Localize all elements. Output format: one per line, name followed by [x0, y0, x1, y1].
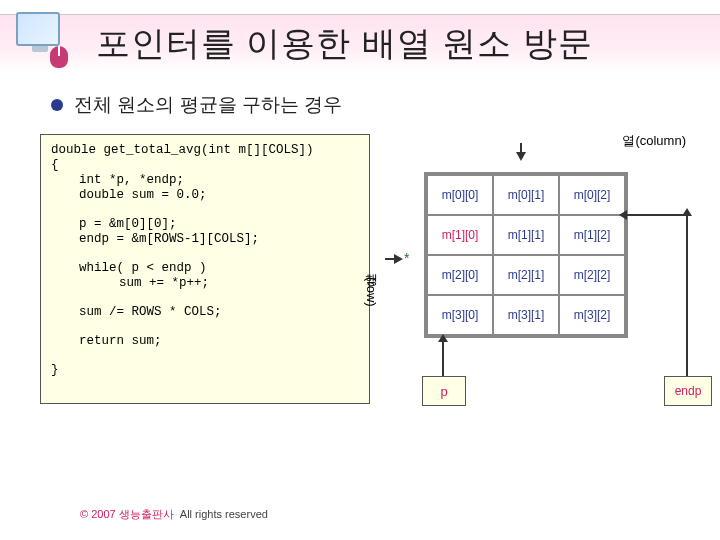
cell: m[2][2] [559, 255, 625, 295]
code-line: } [51, 363, 59, 377]
cell: m[3][1] [493, 295, 559, 335]
cell: m[1][2] [559, 215, 625, 255]
code-line: p = &m[0][0]; [51, 217, 359, 232]
code-line: sum += *p++; [51, 276, 359, 291]
cell: m[2][1] [493, 255, 559, 295]
cell: m[1][0] [427, 215, 493, 255]
code-line: double get_total_avg(int m[][COLS]) [51, 143, 314, 157]
array-diagram: 열(column) 행(row) * m[0][0] m[0][1] m[0][… [376, 134, 712, 424]
bullet-dot-icon [52, 100, 62, 110]
code-line: return sum; [51, 334, 359, 349]
column-axis-label: 열(column) [622, 132, 686, 150]
arrow-left-icon [626, 214, 688, 216]
cell: m[3][2] [559, 295, 625, 335]
cell: m[2][0] [427, 255, 493, 295]
bullet-row: 전체 원소의 평균을 구하는 경우 [52, 92, 342, 118]
logo-icon [10, 10, 70, 68]
cell: m[0][1] [493, 175, 559, 215]
code-line: while( p < endp ) [51, 261, 359, 276]
row-axis-label: 행(row) [362, 264, 380, 307]
cell: m[3][0] [427, 295, 493, 335]
cell: m[0][0] [427, 175, 493, 215]
code-block: double get_total_avg(int m[][COLS]) { in… [40, 134, 370, 404]
arrow-down-icon [516, 152, 526, 161]
arrow-right-icon [394, 254, 403, 264]
footer-rights: All rights reserved [180, 508, 268, 520]
code-line: { [51, 158, 59, 172]
cell: m[0][2] [559, 175, 625, 215]
code-line: endp = &m[ROWS-1][COLS]; [51, 232, 359, 247]
code-line: sum /= ROWS * COLS; [51, 305, 359, 320]
monitor-icon [16, 12, 60, 46]
footer: © 2007 생능출판사 All rights reserved [80, 507, 268, 522]
bullet-text: 전체 원소의 평균을 구하는 경우 [74, 92, 342, 118]
title-bar: 포인터를 이용한 배열 원소 방문 [0, 14, 720, 72]
mouse-icon [50, 46, 68, 68]
slide-title: 포인터를 이용한 배열 원소 방문 [96, 21, 593, 67]
code-line: double sum = 0.0; [51, 188, 359, 203]
arrow-up-icon [442, 340, 444, 376]
footer-copyright: © 2007 생능출판사 [80, 508, 174, 520]
code-line: int *p, *endp; [51, 173, 359, 188]
dereference-note: * [404, 250, 409, 266]
cell: m[1][1] [493, 215, 559, 255]
arrow-up-icon [686, 214, 688, 376]
array-grid: m[0][0] m[0][1] m[0][2] m[1][0] m[1][1] … [424, 172, 628, 338]
pointer-p-box: p [422, 376, 466, 406]
pointer-endp-box: endp [664, 376, 712, 406]
